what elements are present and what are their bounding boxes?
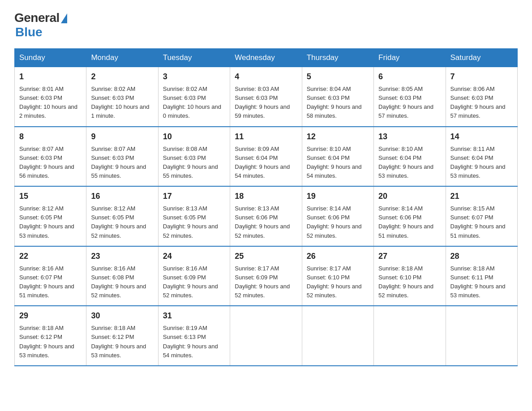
week-row-3: 15Sunrise: 8:12 AMSunset: 6:05 PMDayligh… [15,186,518,246]
day-number: 31 [163,310,225,322]
day-info: Sunrise: 8:17 AMSunset: 6:10 PMDaylight:… [307,264,369,300]
day-number: 25 [235,250,297,262]
day-number: 27 [378,250,441,262]
day-info: Sunrise: 8:10 AMSunset: 6:04 PMDaylight:… [378,145,441,181]
calendar-cell: 17Sunrise: 8:13 AMSunset: 6:05 PMDayligh… [158,186,230,246]
logo-general-text: General [14,11,60,25]
calendar-cell: 6Sunrise: 8:05 AMSunset: 6:03 PMDaylight… [374,67,446,127]
day-number: 10 [163,131,225,143]
calendar-cell [446,306,517,366]
day-info: Sunrise: 8:15 AMSunset: 6:07 PMDaylight:… [450,204,513,240]
week-row-2: 8Sunrise: 8:07 AMSunset: 6:03 PMDaylight… [15,127,518,187]
calendar-cell: 13Sunrise: 8:10 AMSunset: 6:04 PMDayligh… [374,127,446,187]
day-number: 13 [378,131,441,143]
day-number: 14 [450,131,513,143]
day-number: 16 [91,190,153,202]
day-number: 24 [163,250,225,262]
day-info: Sunrise: 8:10 AMSunset: 6:04 PMDaylight:… [307,145,369,181]
day-number: 17 [163,190,225,202]
calendar-cell: 20Sunrise: 8:14 AMSunset: 6:06 PMDayligh… [374,186,446,246]
day-number: 6 [378,71,441,83]
week-row-1: 1Sunrise: 8:01 AMSunset: 6:03 PMDaylight… [15,67,518,127]
calendar-cell [374,306,446,366]
day-number: 5 [307,71,369,83]
day-info: Sunrise: 8:09 AMSunset: 6:04 PMDaylight:… [235,145,297,181]
calendar-cell: 28Sunrise: 8:18 AMSunset: 6:11 PMDayligh… [446,246,517,306]
day-number: 3 [163,71,225,83]
day-info: Sunrise: 8:13 AMSunset: 6:05 PMDaylight:… [163,204,225,240]
day-info: Sunrise: 8:18 AMSunset: 6:11 PMDaylight:… [450,264,513,300]
day-number: 15 [19,190,82,202]
day-info: Sunrise: 8:16 AMSunset: 6:08 PMDaylight:… [91,264,153,300]
day-number: 12 [307,131,369,143]
day-info: Sunrise: 8:07 AMSunset: 6:03 PMDaylight:… [91,145,153,181]
calendar-cell: 12Sunrise: 8:10 AMSunset: 6:04 PMDayligh… [302,127,373,187]
calendar-cell: 31Sunrise: 8:19 AMSunset: 6:13 PMDayligh… [158,306,230,366]
day-info: Sunrise: 8:05 AMSunset: 6:03 PMDaylight:… [378,85,441,121]
weekday-header-monday: Monday [86,49,158,67]
day-info: Sunrise: 8:13 AMSunset: 6:06 PMDaylight:… [235,204,297,240]
calendar-cell: 25Sunrise: 8:17 AMSunset: 6:09 PMDayligh… [230,246,302,306]
day-info: Sunrise: 8:03 AMSunset: 6:03 PMDaylight:… [235,85,297,121]
calendar-cell: 22Sunrise: 8:16 AMSunset: 6:07 PMDayligh… [15,246,86,306]
weekday-header-tuesday: Tuesday [158,49,230,67]
day-info: Sunrise: 8:12 AMSunset: 6:05 PMDaylight:… [91,204,153,240]
day-info: Sunrise: 8:16 AMSunset: 6:07 PMDaylight:… [19,264,82,300]
weekday-header-thursday: Thursday [302,49,373,67]
day-info: Sunrise: 8:17 AMSunset: 6:09 PMDaylight:… [235,264,297,300]
day-number: 23 [91,250,153,262]
day-info: Sunrise: 8:08 AMSunset: 6:03 PMDaylight:… [163,145,225,181]
day-number: 1 [19,71,82,83]
calendar-cell: 26Sunrise: 8:17 AMSunset: 6:10 PMDayligh… [302,246,373,306]
calendar-cell: 16Sunrise: 8:12 AMSunset: 6:05 PMDayligh… [86,186,158,246]
day-info: Sunrise: 8:02 AMSunset: 6:03 PMDaylight:… [91,85,153,121]
calendar-cell [302,306,373,366]
day-number: 4 [235,71,297,83]
day-number: 19 [307,190,369,202]
page-header: General Blue [14,11,518,39]
week-row-5: 29Sunrise: 8:18 AMSunset: 6:12 PMDayligh… [15,306,518,366]
day-info: Sunrise: 8:02 AMSunset: 6:03 PMDaylight:… [163,85,225,121]
calendar-cell: 3Sunrise: 8:02 AMSunset: 6:03 PMDaylight… [158,67,230,127]
logo: General Blue [14,11,67,39]
day-number: 7 [450,71,513,83]
day-number: 11 [235,131,297,143]
day-info: Sunrise: 8:07 AMSunset: 6:03 PMDaylight:… [19,145,82,181]
day-number: 8 [19,131,82,143]
weekday-header-friday: Friday [374,49,446,67]
day-number: 30 [91,310,153,322]
day-info: Sunrise: 8:06 AMSunset: 6:03 PMDaylight:… [450,85,513,121]
day-info: Sunrise: 8:14 AMSunset: 6:06 PMDaylight:… [307,204,369,240]
day-info: Sunrise: 8:11 AMSunset: 6:04 PMDaylight:… [450,145,513,181]
calendar-cell: 7Sunrise: 8:06 AMSunset: 6:03 PMDaylight… [446,67,517,127]
day-info: Sunrise: 8:04 AMSunset: 6:03 PMDaylight:… [307,85,369,121]
calendar-cell: 21Sunrise: 8:15 AMSunset: 6:07 PMDayligh… [446,186,517,246]
logo-triangle-icon [61,13,67,23]
day-info: Sunrise: 8:16 AMSunset: 6:09 PMDaylight:… [163,264,225,300]
calendar-cell [230,306,302,366]
calendar-cell: 14Sunrise: 8:11 AMSunset: 6:04 PMDayligh… [446,127,517,187]
calendar-cell: 5Sunrise: 8:04 AMSunset: 6:03 PMDaylight… [302,67,373,127]
day-info: Sunrise: 8:01 AMSunset: 6:03 PMDaylight:… [19,85,82,121]
day-number: 29 [19,310,82,322]
calendar-cell: 8Sunrise: 8:07 AMSunset: 6:03 PMDaylight… [15,127,86,187]
day-number: 20 [378,190,441,202]
weekday-header-sunday: Sunday [15,49,86,67]
week-row-4: 22Sunrise: 8:16 AMSunset: 6:07 PMDayligh… [15,246,518,306]
weekday-header-saturday: Saturday [446,49,517,67]
day-number: 26 [307,250,369,262]
day-number: 21 [450,190,513,202]
calendar-cell: 1Sunrise: 8:01 AMSunset: 6:03 PMDaylight… [15,67,86,127]
day-info: Sunrise: 8:18 AMSunset: 6:12 PMDaylight:… [91,324,153,360]
calendar-cell: 10Sunrise: 8:08 AMSunset: 6:03 PMDayligh… [158,127,230,187]
calendar-cell: 11Sunrise: 8:09 AMSunset: 6:04 PMDayligh… [230,127,302,187]
calendar-cell: 18Sunrise: 8:13 AMSunset: 6:06 PMDayligh… [230,186,302,246]
calendar-cell: 15Sunrise: 8:12 AMSunset: 6:05 PMDayligh… [15,186,86,246]
calendar-cell: 19Sunrise: 8:14 AMSunset: 6:06 PMDayligh… [302,186,373,246]
day-number: 9 [91,131,153,143]
day-number: 28 [450,250,513,262]
day-number: 18 [235,190,297,202]
day-number: 2 [91,71,153,83]
calendar-cell: 30Sunrise: 8:18 AMSunset: 6:12 PMDayligh… [86,306,158,366]
calendar-cell: 4Sunrise: 8:03 AMSunset: 6:03 PMDaylight… [230,67,302,127]
